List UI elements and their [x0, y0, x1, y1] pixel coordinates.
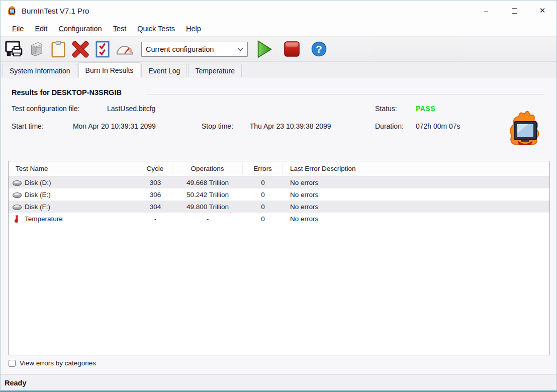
cell-operations: 50.242 Trillion	[172, 191, 243, 199]
help-button[interactable]: ?	[309, 40, 328, 59]
stop-time-row: Stop time: Thu Apr 23 10:39:38 2099	[202, 122, 331, 130]
tab-burn-in-results[interactable]: Burn In Results	[78, 62, 141, 77]
duration-value: 072h 00m 07s	[416, 122, 460, 130]
menu-configuration[interactable]: Configuration	[53, 23, 107, 35]
cell-operations: 49.800 Trillion	[172, 203, 243, 211]
menu-bar: File Edit Configuration Test Quick Tests…	[1, 21, 556, 37]
cell-last-error: No errors	[283, 215, 549, 223]
config-file-label: Test configuration file:	[12, 105, 105, 113]
delete-icon[interactable]	[71, 40, 90, 59]
table-header: Test Name Cycle Operations Errors Last E…	[9, 161, 549, 176]
system-info-icon[interactable]	[27, 40, 46, 59]
disk-icon	[13, 191, 22, 199]
table-row[interactable]: Temperature--0No errors	[9, 213, 549, 225]
cell-last-error: No errors	[283, 203, 549, 211]
cell-errors: 0	[243, 179, 283, 186]
config-file-value: LastUsed.bitcfg	[107, 105, 156, 113]
config-file-row: Test configuration file: LastUsed.bitcfg	[12, 105, 155, 113]
results-heading: Results for DESKTOP-N3SRGIB	[12, 88, 122, 96]
table-row[interactable]: Disk (D:)30349.668 Trillion0No errors	[9, 176, 549, 188]
clipboard-icon[interactable]	[49, 40, 68, 59]
stop-time-value: Thu Apr 23 10:39:38 2099	[250, 122, 331, 130]
cell-last-error: No errors	[283, 179, 549, 186]
app-flame-icon	[7, 6, 17, 16]
results-table: Test Name Cycle Operations Errors Last E…	[8, 161, 550, 355]
heading-rule	[147, 94, 544, 94]
temperature-icon	[13, 215, 22, 223]
tab-temperature[interactable]: Temperature	[188, 64, 242, 77]
title-bar: BurnInTest V7.1 Pro – ✕	[1, 1, 556, 21]
disk-icon	[13, 179, 22, 186]
cell-operations: -	[172, 215, 243, 223]
minimize-button[interactable]: –	[472, 1, 500, 21]
app-window: BurnInTest V7.1 Pro – ✕ File Edit Config…	[0, 0, 557, 392]
stop-time-label: Stop time:	[202, 122, 248, 130]
column-header-errors[interactable]: Errors	[243, 163, 283, 174]
status-bar: Ready	[1, 374, 556, 390]
menu-test[interactable]: Test	[108, 23, 132, 35]
column-header-operations[interactable]: Operations	[172, 163, 243, 174]
cell-errors: 0	[243, 191, 283, 199]
window-title: BurnInTest V7.1 Pro	[22, 7, 89, 15]
duration-row: Duration: 072h 00m 07s	[375, 122, 460, 130]
table-row[interactable]: Disk (F:)30449.800 Trillion0No errors	[9, 201, 549, 213]
column-header-test-name[interactable]: Test Name	[9, 163, 138, 174]
duration-label: Duration:	[375, 122, 414, 130]
column-header-cycle[interactable]: Cycle	[138, 163, 172, 174]
configuration-dropdown-value: Current configuration	[146, 45, 237, 53]
performance-gauge-icon[interactable]	[115, 40, 134, 59]
table-body: Disk (D:)30349.668 Trillion0No errorsDis…	[9, 176, 549, 355]
cell-test-name: Disk (F:)	[9, 203, 138, 211]
tab-system-information[interactable]: System Information	[3, 64, 77, 77]
cell-cycle: 303	[138, 179, 172, 186]
chevron-down-icon	[237, 47, 243, 51]
toolbar: Current configuration	[1, 37, 556, 62]
burn-in-results-panel: Results for DESKTOP-N3SRGIB Test configu…	[1, 77, 556, 374]
cell-test-name: Disk (D:)	[9, 179, 138, 186]
cell-test-name: Temperature	[9, 215, 138, 223]
print-report-icon[interactable]	[5, 40, 24, 59]
tab-event-log[interactable]: Event Log	[141, 64, 187, 77]
configuration-dropdown[interactable]: Current configuration	[141, 42, 248, 57]
menu-file[interactable]: File	[7, 23, 29, 35]
cell-errors: 0	[243, 203, 283, 211]
table-row[interactable]: Disk (E:)30650.242 Trillion0No errors	[9, 188, 549, 201]
cell-test-name: Disk (E:)	[9, 191, 138, 199]
cell-cycle: 306	[138, 191, 172, 199]
menu-help[interactable]: Help	[180, 23, 207, 35]
view-errors-checkbox[interactable]	[9, 360, 16, 367]
window-controls: – ✕	[472, 1, 556, 21]
maximize-icon	[512, 8, 517, 14]
menu-quick-tests[interactable]: Quick Tests	[132, 23, 180, 35]
tab-strip: System Information Burn In Results Event…	[1, 62, 556, 77]
svg-text:?: ?	[316, 44, 322, 55]
start-time-value: Mon Apr 20 10:39:31 2099	[73, 122, 156, 130]
cell-last-error: No errors	[283, 191, 549, 199]
start-time-row: Start time: Mon Apr 20 10:39:31 2099	[12, 122, 156, 130]
start-tests-button[interactable]	[255, 40, 274, 59]
close-button[interactable]: ✕	[528, 1, 556, 21]
start-time-label: Start time:	[12, 122, 71, 130]
test-selection-icon[interactable]	[93, 40, 112, 59]
status-row: Status: PASS	[375, 105, 435, 113]
status-value: PASS	[416, 105, 435, 113]
status-text: Ready	[5, 379, 27, 387]
maximize-button[interactable]	[500, 1, 528, 21]
disk-icon	[13, 203, 22, 211]
view-errors-by-categories[interactable]: View errors by categories	[9, 359, 96, 367]
column-header-last-error[interactable]: Last Error Description	[283, 163, 549, 174]
cell-errors: 0	[243, 215, 283, 223]
status-label: Status:	[375, 105, 414, 113]
stop-tests-button[interactable]	[282, 40, 301, 59]
menu-edit[interactable]: Edit	[29, 23, 53, 35]
view-errors-label: View errors by categories	[20, 359, 96, 367]
cell-cycle: 304	[138, 203, 172, 211]
cell-cycle: -	[138, 215, 172, 223]
run-controls: ?	[255, 40, 331, 59]
cell-operations: 49.668 Trillion	[172, 179, 243, 186]
burning-monitor-logo	[505, 110, 542, 150]
